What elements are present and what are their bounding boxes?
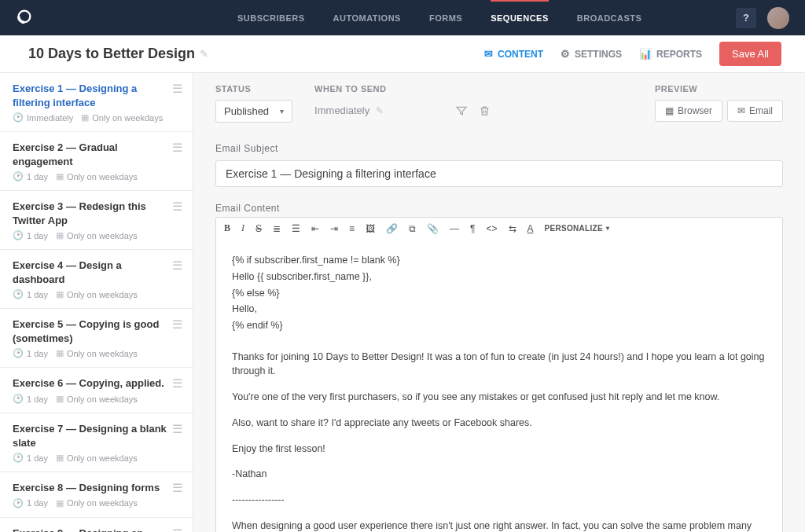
- tab-content[interactable]: ✉ CONTENT: [484, 48, 543, 60]
- sidebar-email-item[interactable]: Exercise 9 — Designing an ebook cover🕑1 …: [0, 518, 193, 532]
- titlebar: 10 Days to Better Design ✎ ✉ CONTENT ⚙ S…: [0, 35, 805, 73]
- when-value: Immediately: [314, 105, 369, 116]
- filter-icon[interactable]: [455, 105, 468, 121]
- sidebar-email-item[interactable]: Exercise 3 — Redesign this Twitter App🕑1…: [0, 191, 193, 250]
- image-button[interactable]: 🖼: [366, 223, 375, 234]
- tab-reports[interactable]: 📊 REPORTS: [639, 48, 702, 60]
- code-button[interactable]: <>: [487, 223, 498, 234]
- email-item-title: Exercise 5 — Copying is good (sometimes): [13, 317, 169, 345]
- nav-link-subscribers[interactable]: SUBSCRIBERS: [237, 0, 305, 35]
- delay-meta: 🕑1 day: [13, 498, 48, 508]
- nav-link-forms[interactable]: FORMS: [429, 0, 462, 35]
- paragraph-button[interactable]: ¶: [470, 223, 475, 234]
- drag-handle-icon[interactable]: ☰: [169, 141, 182, 155]
- delay-meta: 🕑1 day: [13, 171, 48, 182]
- content-label: Email Content: [215, 203, 783, 214]
- nav-link-broadcasts[interactable]: BROADCASTS: [577, 0, 642, 35]
- sidebar-email-item[interactable]: Exercise 5 — Copying is good (sometimes)…: [0, 309, 193, 368]
- caret-icon: ▾: [280, 107, 284, 116]
- indent-button[interactable]: ⇥: [330, 223, 338, 234]
- calendar-icon: ▦: [56, 230, 64, 240]
- rule-meta: ▦Only on weekdays: [56, 230, 138, 240]
- sidebar-email-item[interactable]: Exercise 2 — Gradual engagement🕑1 day▦On…: [0, 132, 193, 191]
- rule-meta: ▦Only on weekdays: [56, 453, 138, 463]
- envelope-icon: ✉: [484, 48, 493, 60]
- edit-title-icon[interactable]: ✎: [200, 48, 208, 60]
- email-item-title: Exercise 8 — Designing forms: [13, 481, 169, 495]
- rule-meta: ▦Only on weekdays: [81, 112, 163, 123]
- help-button[interactable]: ?: [736, 8, 756, 28]
- clock-icon: 🕑: [13, 453, 24, 463]
- drag-handle-icon[interactable]: ☰: [169, 259, 182, 273]
- page-title: 10 Days to Better Design: [28, 46, 195, 62]
- clock-icon: 🕑: [13, 171, 24, 182]
- delay-meta: 🕑1 day: [13, 348, 48, 358]
- calendar-icon: ▦: [56, 171, 64, 182]
- email-item-title: Exercise 7 — Designing a blank slate: [13, 422, 169, 449]
- email-item-title: Exercise 6 — Copying, applied.: [13, 376, 169, 391]
- outdent-button[interactable]: ⇤: [311, 223, 319, 234]
- nav-link-automations[interactable]: AUTOMATIONS: [333, 0, 401, 35]
- status-select[interactable]: Published ▾: [215, 100, 292, 123]
- nav-links: SUBSCRIBERSAUTOMATIONSFORMSSEQUENCESBROA…: [237, 0, 641, 35]
- preview-label: PREVIEW: [655, 84, 783, 94]
- calendar-icon: ▦: [56, 498, 64, 508]
- drag-handle-icon[interactable]: ☰: [169, 422, 182, 436]
- calendar-icon: ▦: [56, 453, 64, 463]
- sidebar-email-item[interactable]: Exercise 8 — Designing forms🕑1 day▦Only …: [0, 472, 193, 518]
- chart-icon: 📊: [639, 48, 652, 60]
- drag-handle-icon[interactable]: ☰: [169, 376, 182, 391]
- align-button[interactable]: ≡: [349, 223, 355, 234]
- status-block: STATUS Published ▾: [215, 84, 292, 123]
- clock-icon: 🕑: [13, 289, 24, 299]
- rule-meta: ▦Only on weekdays: [56, 498, 138, 508]
- ol-button[interactable]: ≣: [273, 223, 281, 234]
- delay-meta: 🕑1 day: [13, 230, 48, 240]
- drag-handle-icon[interactable]: ☰: [169, 82, 182, 96]
- sidebar-email-item[interactable]: Exercise 6 — Copying, applied.🕑1 day▦Onl…: [0, 368, 193, 413]
- email-item-title: Exercise 9 — Designing an ebook cover: [13, 526, 169, 532]
- bold-button[interactable]: B: [224, 222, 230, 234]
- calendar-icon: ▦: [56, 289, 64, 299]
- calendar-icon: ▦: [56, 394, 64, 404]
- when-block: WHEN TO SEND Immediately ✎: [314, 84, 386, 116]
- source-button[interactable]: ⇆: [509, 223, 516, 234]
- nav-link-sequences[interactable]: SEQUENCES: [491, 0, 549, 35]
- calendar-icon: ▦: [81, 112, 89, 123]
- trash-icon[interactable]: [479, 105, 491, 121]
- unlink-button[interactable]: ⧉: [409, 223, 416, 234]
- sidebar-email-item[interactable]: Exercise 7 — Designing a blank slate🕑1 d…: [0, 413, 193, 472]
- link-button[interactable]: 🔗: [386, 223, 398, 234]
- rule-meta: ▦Only on weekdays: [56, 348, 138, 358]
- rule-meta: ▦Only on weekdays: [56, 171, 138, 182]
- tab-settings-label: SETTINGS: [575, 49, 622, 60]
- strike-button[interactable]: S: [255, 223, 262, 234]
- user-avatar[interactable]: [767, 7, 789, 29]
- file-button[interactable]: 📎: [427, 223, 439, 234]
- ul-button[interactable]: ☰: [292, 223, 300, 234]
- subject-input[interactable]: [215, 160, 783, 187]
- preview-email-button[interactable]: ✉ Email: [727, 100, 783, 122]
- gear-icon: ⚙: [561, 48, 570, 60]
- logo[interactable]: [16, 8, 33, 28]
- tab-settings[interactable]: ⚙ SETTINGS: [561, 48, 622, 60]
- preview-browser-button[interactable]: ▦ Browser: [655, 100, 722, 122]
- caret-icon: ▾: [606, 225, 609, 232]
- drag-handle-icon[interactable]: ☰: [169, 200, 182, 214]
- sidebar-email-item[interactable]: Exercise 4 — Design a dashboard🕑1 day▦On…: [0, 250, 193, 309]
- rule-meta: ▦Only on weekdays: [56, 394, 138, 404]
- save-all-button[interactable]: Save All: [719, 42, 781, 66]
- when-label: WHEN TO SEND: [314, 84, 386, 94]
- preview-block: PREVIEW ▦ Browser ✉ Email: [655, 84, 783, 122]
- drag-handle-icon[interactable]: ☰: [169, 526, 182, 532]
- drag-handle-icon[interactable]: ☰: [169, 481, 182, 495]
- personalize-dropdown[interactable]: PERSONALIZE ▾: [545, 224, 610, 233]
- italic-button[interactable]: I: [241, 222, 244, 234]
- content-editor[interactable]: {% if subscriber.first_name != blank %}H…: [215, 239, 783, 532]
- drag-handle-icon[interactable]: ☰: [169, 317, 182, 332]
- edit-when-icon[interactable]: ✎: [376, 105, 384, 116]
- color-button[interactable]: A: [527, 223, 534, 234]
- tab-reports-label: REPORTS: [656, 49, 702, 60]
- hr-button[interactable]: —: [450, 223, 459, 234]
- sidebar-email-item[interactable]: Exercise 1 — Designing a filtering inter…: [0, 73, 193, 132]
